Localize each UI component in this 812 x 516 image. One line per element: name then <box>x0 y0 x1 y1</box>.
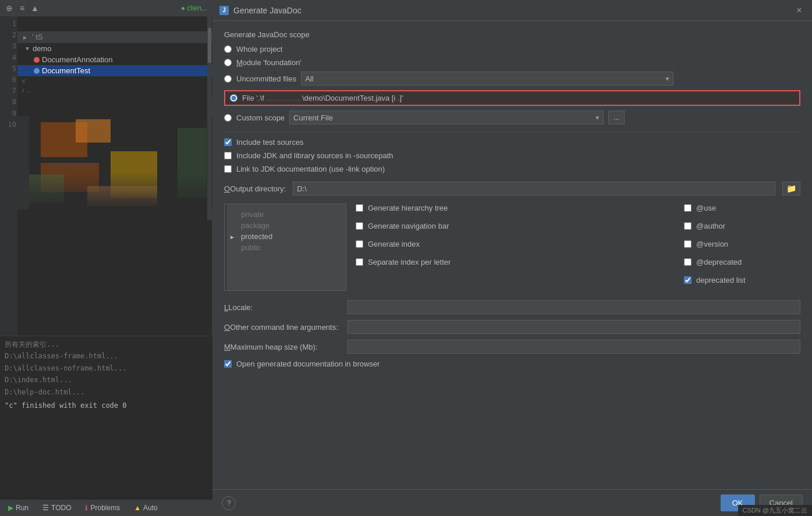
tree-row-1: ► ' tS <box>17 31 212 43</box>
radio-whole-project[interactable] <box>224 45 232 53</box>
tag-use-label[interactable]: @use <box>696 204 716 212</box>
file-row-highlighted: File '.\f ................ \demo\Documen… <box>224 90 800 106</box>
whole-project-label[interactable]: Whole project <box>236 45 282 54</box>
todo-button[interactable]: ☰ TODO <box>39 503 75 513</box>
auto-icon: ▲ <box>134 504 141 512</box>
gen-hierarchy-checkbox[interactable] <box>356 204 363 212</box>
include-jdk-label[interactable]: Include JDK and library sources in -sour… <box>236 151 393 160</box>
tag-version-checkbox[interactable] <box>684 240 692 248</box>
separate-index-label[interactable]: Separate index per letter <box>368 258 451 266</box>
include-jdk-checkbox[interactable] <box>224 152 232 159</box>
tags-column: @use @author @version <box>684 204 800 291</box>
link-jdk-checkbox[interactable] <box>224 165 232 173</box>
radio-uncommitted[interactable] <box>224 75 232 83</box>
tree-item-annotation[interactable]: DocumentAnnotation <box>17 54 212 65</box>
chevron-right-icon: ► <box>22 34 28 41</box>
tag-deprecated-checkbox[interactable] <box>684 258 692 266</box>
visibility-public[interactable]: public <box>239 242 341 253</box>
radio-file[interactable] <box>230 94 237 102</box>
tag-author-label[interactable]: @author <box>696 222 725 230</box>
file-label[interactable]: File '.\f ................ \demo\Documen… <box>242 94 403 102</box>
help-button[interactable]: ? <box>222 496 236 510</box>
heap-input[interactable] <box>348 340 800 354</box>
open-browser-text: Open generated documentation in browser <box>236 360 380 368</box>
gen-navbar-row: Generate navigation bar <box>356 222 675 230</box>
uncommitted-label[interactable]: Uncommitted files <box>236 74 296 83</box>
console-panel: 所有关的索引... D:\allclasses-frame.html... D:… <box>0 336 212 516</box>
output-dir-label: OOutput directory: <box>224 184 286 193</box>
dialog-title-text: Generate JavaDoc <box>233 6 302 15</box>
gen-navbar-label[interactable]: Generate navigation bar <box>368 222 449 230</box>
include-test-row: Include test sources <box>224 138 800 147</box>
red-dot-icon <box>34 57 40 63</box>
visibility-protected[interactable]: ► protected <box>239 231 341 242</box>
dialog-close-button[interactable]: × <box>793 5 805 16</box>
warning-icon: ℹ <box>85 504 88 512</box>
custom-scope-label[interactable]: Custom scope <box>236 113 285 122</box>
include-test-checkbox[interactable] <box>224 138 232 146</box>
scrollbar[interactable] <box>207 16 212 220</box>
tag-deprecated-label[interactable]: @deprecated <box>696 258 742 266</box>
output-dir-folder-button[interactable]: 📁 <box>782 182 800 195</box>
auto-button[interactable]: ▲ Auto <box>130 503 161 513</box>
open-browser-row: Open generated documentation in browser <box>224 360 800 368</box>
tag-use-row: @use <box>684 204 800 212</box>
tag-version-label[interactable]: @version <box>696 240 728 248</box>
run-button[interactable]: ▶ Run <box>5 503 32 513</box>
gen-index-label[interactable]: Generate index <box>368 240 420 248</box>
toolbar-icon-1[interactable]: ⊕ <box>5 3 14 13</box>
visibility-private[interactable]: private <box>239 209 341 220</box>
code-editor-area <box>17 116 212 209</box>
list-icon: ☰ <box>42 504 49 512</box>
auto-label: Auto <box>143 504 158 512</box>
problems-button[interactable]: ℹ Problems <box>81 503 123 513</box>
gen-navbar-checkbox[interactable] <box>356 222 363 230</box>
run-label: Run <box>16 504 29 512</box>
uncommitted-dropdown[interactable]: All <box>301 72 673 86</box>
link-jdk-label[interactable]: Link to JDK documentation (use -link opt… <box>236 165 385 173</box>
options-column: Generate hierarchy tree Generate navigat… <box>356 204 675 291</box>
ide-toolbar: ⊕ ≡ ▲ ● clien... <box>0 0 212 16</box>
tree-item-placeholder1: c' <box>17 76 212 86</box>
toolbar-icon-3[interactable]: ▲ <box>30 3 40 13</box>
tree-label-2: tS <box>36 33 42 41</box>
tree-item-demo[interactable]: ▼ demo <box>17 43 212 54</box>
output-dir-row: OOutput directory: 📁 <box>224 182 800 195</box>
open-browser-checkbox[interactable] <box>224 360 232 368</box>
heap-label: MMaximum heap size (Mb): <box>224 343 341 351</box>
output-dir-input[interactable] <box>293 182 775 195</box>
toolbar-icon-2[interactable]: ≡ <box>17 3 27 13</box>
demo-label: demo <box>33 44 52 53</box>
tree-item-doctest[interactable]: DocumentTest <box>17 65 212 76</box>
visibility-package[interactable]: package <box>239 220 341 231</box>
module-label[interactable]: Module 'foundation' <box>236 58 302 67</box>
separate-index-checkbox[interactable] <box>356 258 363 266</box>
radio-row-whole-project: Whole project <box>224 45 800 54</box>
other-args-input[interactable] <box>348 320 800 334</box>
radio-custom[interactable] <box>224 114 232 122</box>
tag-deprecated-list-label[interactable]: deprecated list <box>696 276 746 284</box>
tag-use-checkbox[interactable] <box>684 204 692 212</box>
file-tree: ► ' tS ▼ demo DocumentAnnotation Documen… <box>17 16 212 97</box>
custom-scope-dropdown[interactable]: Current File <box>289 111 604 124</box>
custom-scope-ellipsis-button[interactable]: ... <box>608 111 625 124</box>
tag-author-checkbox[interactable] <box>684 222 692 230</box>
tag-deprecated-list-checkbox[interactable] <box>684 276 692 284</box>
separate-index-row: Separate index per letter <box>356 258 675 266</box>
three-column-section: private package ► protected public Ge <box>224 204 800 291</box>
radio-module[interactable] <box>224 59 232 66</box>
open-browser-label[interactable]: Open generated documentation in browser <box>236 360 380 368</box>
module-text: odule 'foundation' <box>243 58 302 67</box>
tree-placeholder <box>17 19 212 31</box>
gen-hierarchy-label[interactable]: Generate hierarchy tree <box>368 204 448 212</box>
custom-scope-text: Custom scope <box>236 113 285 122</box>
generate-javadoc-dialog: J Generate JavaDoc × Generate JavaDoc sc… <box>212 0 812 516</box>
console-footer: "c" finished with exit code 0 <box>0 400 212 411</box>
gen-index-checkbox[interactable] <box>356 240 363 248</box>
tag-deprecated-row: @deprecated <box>684 258 800 266</box>
locale-input[interactable] <box>348 300 800 314</box>
doctest-label: DocumentTest <box>42 66 90 75</box>
visibility-items: private package ► protected public <box>225 204 346 258</box>
status-indicator: ● clien... <box>181 4 207 12</box>
include-test-label[interactable]: Include test sources <box>236 138 304 147</box>
